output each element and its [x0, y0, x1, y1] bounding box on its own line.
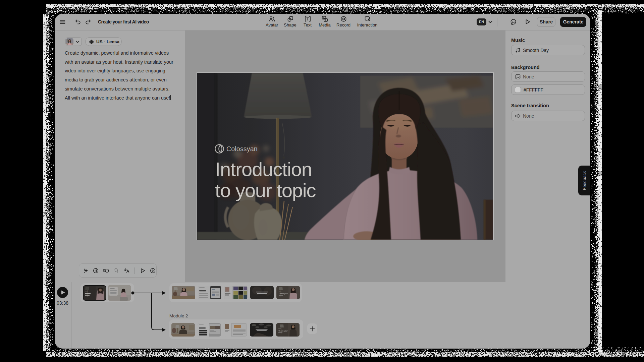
- svg-text:Colossyan: Colossyan: [226, 145, 258, 153]
- svg-text:Thank you!: Thank you!: [278, 330, 288, 332]
- svg-text:Thank you!: Thank you!: [279, 293, 288, 295]
- svg-text:Introduction: Introduction: [215, 158, 312, 180]
- svg-text:to your topic: to your topic: [215, 179, 316, 201]
